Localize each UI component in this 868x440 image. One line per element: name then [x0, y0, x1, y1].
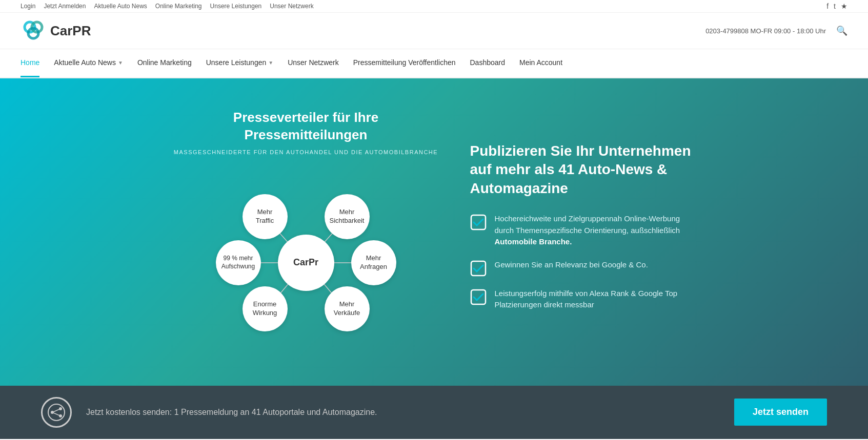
feature-text-3: Leistungserfolg mithilfe von Alexa Rank …: [495, 288, 696, 311]
nav-pressemitteilung[interactable]: Pressemitteilung Veröffentlichen: [353, 49, 456, 77]
svg-line-17: [52, 412, 60, 416]
topbar-login-link[interactable]: Login: [21, 3, 35, 10]
search-icon[interactable]: 🔍: [836, 25, 847, 36]
diagram-node-aufschwung: 99 % mehrAufschwung: [216, 240, 261, 285]
logo[interactable]: CarPR: [21, 18, 91, 44]
twitter-icon[interactable]: t: [834, 2, 836, 10]
diagram-center-node: CarPr: [278, 235, 334, 291]
chevron-down-icon-2: ▼: [268, 60, 273, 66]
top-bar-social: f t ★: [826, 2, 847, 10]
top-bar-links: Login Jetzt Anmelden Aktuelle Auto News …: [21, 3, 314, 10]
top-bar: Login Jetzt Anmelden Aktuelle Auto News …: [0, 0, 868, 13]
header: CarPR 0203-4799808 MO-FR 09:00 - 18:00 U…: [0, 13, 868, 49]
header-right: 0203-4799808 MO-FR 09:00 - 18:00 Uhr 🔍: [705, 25, 847, 36]
right-title: Publizieren Sie Ihr Unternehmen auf mehr…: [470, 142, 696, 198]
logo-text: CarPR: [50, 23, 91, 39]
topbar-autonews-link[interactable]: Aktuelle Auto News: [94, 3, 147, 10]
feature-item-3: Leistungserfolg mithilfe von Alexa Rank …: [470, 288, 696, 311]
hero-section: Presseverteiler für Ihre Pressemitteilun…: [0, 78, 868, 386]
circle-diagram: CarPr MehrTraffic MehrSichtbarkeit MehrA…: [214, 171, 398, 355]
topbar-marketing-link[interactable]: Online Marketing: [155, 3, 202, 10]
diagram-section: Presseverteiler für Ihre Pressemitteilun…: [173, 109, 439, 355]
nav-leistungen[interactable]: Unsere Leistungen ▼: [206, 49, 273, 77]
svg-point-12: [48, 404, 65, 421]
diagram-subtitle: MASSGESCHNEIDERTE FÜR DEN AUTOHANDEL UND…: [173, 149, 439, 155]
feature-item-1: Hochereichweite und Zielgruppennah Onlin…: [470, 213, 696, 248]
diagram-node-anfragen: MehrAnfragen: [351, 240, 396, 285]
diagram-node-wirkung: EnormeWirkung: [243, 286, 288, 331]
logo-icon: [21, 18, 46, 44]
nav-mein-account[interactable]: Mein Account: [519, 49, 562, 77]
feature-text-2: Gewinnen Sie an Relevanz bei Google & Co…: [495, 259, 648, 271]
check-icon-1: [470, 214, 487, 231]
diagram-node-verkaufe: MehrVerkäufe: [325, 286, 370, 331]
bottom-text: Jetzt kostenlos senden: 1 Pressemeldung …: [86, 408, 720, 417]
svg-line-16: [52, 409, 60, 412]
feature-text-1: Hochereichweite und Zielgruppennah Onlin…: [495, 213, 696, 248]
main-nav: Home Aktuelle Auto News ▼ Online Marketi…: [0, 49, 868, 78]
check-icon-3: [470, 289, 487, 305]
check-icon-2: [470, 260, 487, 277]
topbar-leistungen-link[interactable]: Unsere Leistungen: [210, 3, 262, 10]
nav-home[interactable]: Home: [21, 49, 39, 77]
share-circle-icon: [41, 397, 72, 428]
topbar-register-link[interactable]: Jetzt Anmelden: [44, 3, 86, 10]
share-icon: [48, 404, 65, 421]
rss-icon[interactable]: ★: [841, 2, 847, 10]
feature-item-2: Gewinnen Sie an Relevanz bei Google & Co…: [470, 259, 696, 277]
chevron-down-icon: ▼: [118, 60, 123, 66]
bottom-bar: Jetzt kostenlos senden: 1 Pressemeldung …: [0, 386, 868, 439]
diagram-node-traffic: MehrTraffic: [243, 194, 288, 239]
right-features-section: Publizieren Sie Ihr Unternehmen auf mehr…: [470, 142, 696, 322]
diagram-node-sichtbarkeit: MehrSichtbarkeit: [325, 194, 370, 239]
phone-info: 0203-4799808 MO-FR 09:00 - 18:00 Uhr: [705, 27, 826, 35]
diagram-title: Presseverteiler für Ihre Pressemitteilun…: [173, 109, 439, 144]
nav-netzwerk[interactable]: Unser Netzwerk: [288, 49, 339, 77]
send-button[interactable]: Jetzt senden: [734, 399, 827, 426]
nav-autonews[interactable]: Aktuelle Auto News ▼: [54, 49, 123, 77]
nav-dashboard[interactable]: Dashboard: [470, 49, 506, 77]
topbar-netzwerk-link[interactable]: Unser Netzwerk: [270, 3, 313, 10]
facebook-icon[interactable]: f: [826, 2, 829, 10]
nav-marketing[interactable]: Online Marketing: [137, 49, 192, 77]
